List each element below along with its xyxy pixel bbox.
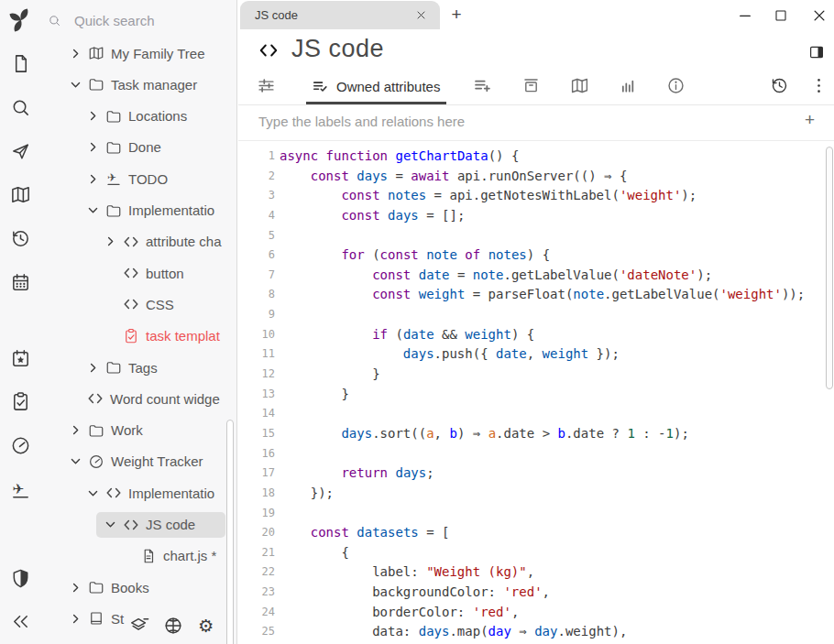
tree-scrollbar[interactable] bbox=[226, 420, 234, 644]
calendar-star-icon bbox=[10, 348, 31, 369]
launcher-calendar-star-icon[interactable] bbox=[0, 348, 41, 369]
tree-item-tags[interactable]: Tags bbox=[41, 352, 236, 383]
right-pane-toggle-icon[interactable] bbox=[808, 44, 825, 60]
launcher-calendar-icon[interactable] bbox=[0, 272, 41, 293]
code-editor[interactable]: 1async function getChartData() {2 const … bbox=[238, 142, 834, 644]
new-tab-button[interactable]: + bbox=[445, 3, 467, 27]
folder-icon bbox=[105, 108, 122, 125]
code-scrollbar[interactable] bbox=[826, 147, 833, 389]
folder-icon bbox=[88, 422, 104, 439]
list-plus-icon[interactable] bbox=[473, 76, 492, 95]
gear-icon[interactable]: ⚙ bbox=[197, 616, 217, 636]
sliders-icon[interactable] bbox=[257, 76, 276, 95]
chevron-down-icon[interactable] bbox=[70, 454, 88, 468]
tree-item-task-templat[interactable]: task templat bbox=[41, 321, 236, 352]
code-icon bbox=[123, 265, 139, 281]
code-icon bbox=[87, 390, 104, 407]
close-icon[interactable] bbox=[811, 7, 828, 24]
code-text: days.sort((a, b) ⇒ a.date > b.date ? 1 :… bbox=[280, 424, 689, 444]
tree-item-my-family-tree[interactable]: My Family Tree bbox=[41, 38, 236, 69]
code-text: return days; bbox=[280, 464, 434, 484]
ribbon-tab-owned-attributes[interactable]: Owned attributes bbox=[306, 70, 453, 103]
tree-item-done[interactable]: Done bbox=[41, 132, 236, 163]
line-number: 5 bbox=[238, 226, 275, 246]
line-number: 14 bbox=[238, 404, 275, 424]
chevron-right-icon[interactable] bbox=[87, 140, 105, 154]
add-attribute-button[interactable]: + bbox=[805, 110, 815, 130]
tree-item-label: task templat bbox=[146, 328, 220, 344]
code-line-24: 24 borderColor: 'red', bbox=[238, 603, 834, 623]
chevron-down-icon[interactable] bbox=[70, 78, 88, 92]
shield-icon bbox=[10, 568, 31, 589]
info-circle-icon[interactable] bbox=[666, 76, 686, 95]
launcher-plane-icon[interactable]: ✈ bbox=[0, 479, 41, 500]
chevron-down-icon[interactable] bbox=[104, 518, 123, 531]
tree-item-label: Locations bbox=[128, 108, 187, 124]
launcher-new-note-icon[interactable] bbox=[0, 53, 41, 74]
layers-minus-icon[interactable] bbox=[129, 616, 149, 636]
folder-icon bbox=[88, 76, 104, 93]
kebab-icon[interactable] bbox=[809, 76, 829, 95]
chevron-right-icon[interactable] bbox=[70, 47, 88, 60]
note-type-icon[interactable] bbox=[258, 40, 279, 60]
launcher-recent-changes-icon[interactable] bbox=[0, 228, 41, 249]
code-line-15: 15 days.sort((a, b) ⇒ a.date > b.date ? … bbox=[238, 424, 834, 444]
tree-item-books[interactable]: Books bbox=[41, 572, 236, 603]
launcher-jump-to-note-icon[interactable] bbox=[0, 141, 41, 162]
tab-close-icon[interactable] bbox=[415, 9, 427, 21]
chevron-right-icon[interactable] bbox=[104, 235, 123, 248]
code-text: const datasets = [ bbox=[280, 523, 449, 543]
chevron-right-icon[interactable] bbox=[70, 423, 88, 437]
chevron-down-icon[interactable] bbox=[87, 203, 105, 217]
line-number: 16 bbox=[238, 444, 275, 464]
tab-label: JS code bbox=[255, 8, 415, 22]
code-text: borderColor: 'red', bbox=[280, 603, 519, 623]
tree-item-label: Implementatio bbox=[128, 202, 214, 218]
code-line-8: 8 const weight = parseFloat(note.getLabe… bbox=[238, 285, 834, 305]
code-text: } bbox=[280, 365, 380, 385]
tree-item-label: button bbox=[146, 266, 184, 281]
launcher-gauge-icon[interactable] bbox=[0, 435, 41, 456]
bar-chart-icon[interactable] bbox=[619, 76, 638, 95]
tree-item-css[interactable]: CSS bbox=[41, 289, 236, 320]
tree-item-label: Work bbox=[111, 422, 143, 438]
launcher-search-icon[interactable] bbox=[0, 97, 41, 118]
tree-item-label: Task manager bbox=[111, 77, 197, 93]
maximize-icon[interactable] bbox=[774, 8, 788, 23]
chevron-right-icon[interactable] bbox=[87, 172, 105, 186]
tab-js-code[interactable]: JS code bbox=[240, 1, 440, 29]
tree-item-implementatio[interactable]: Implementatio bbox=[41, 195, 236, 226]
tree-item-word-count-widge[interactable]: Word count widge bbox=[41, 383, 236, 414]
chevron-down-icon[interactable] bbox=[87, 486, 105, 500]
chevron-right-icon[interactable] bbox=[87, 361, 105, 375]
launcher-note-map-icon[interactable] bbox=[0, 184, 41, 205]
globe-icon[interactable] bbox=[163, 616, 183, 636]
chevron-right-icon[interactable] bbox=[70, 581, 88, 595]
tree-item-task-manager[interactable]: Task manager bbox=[41, 69, 236, 100]
tree-item-weight-tracker[interactable]: Weight Tracker bbox=[41, 446, 236, 477]
chevron-right-icon[interactable] bbox=[87, 109, 105, 123]
code-line-25: 25 data: days.map(day ⇒ day.weight), bbox=[238, 622, 834, 642]
tree-item-chart-js[interactable]: chart.js * bbox=[41, 540, 236, 572]
history-icon[interactable] bbox=[770, 76, 789, 95]
code-text: const notes = api.getNotesWithLabel('wei… bbox=[280, 186, 697, 206]
map-book-icon[interactable] bbox=[570, 76, 589, 95]
launcher-shield-icon[interactable] bbox=[0, 568, 41, 589]
tree-item-todo[interactable]: ✈TODO bbox=[41, 163, 236, 194]
tree-item-implementatio[interactable]: Implementatio bbox=[41, 477, 236, 508]
code-line-20: 20 const datasets = [ bbox=[238, 523, 834, 543]
quick-search-input[interactable]: Quick search bbox=[41, 7, 230, 33]
clipboard-check-icon bbox=[10, 391, 31, 412]
tree-item-attribute-cha[interactable]: attribute cha bbox=[41, 226, 236, 257]
tree-item-locations[interactable]: Locations bbox=[41, 101, 236, 132]
tree-item-work[interactable]: Work bbox=[41, 415, 236, 446]
tree-item-label: Implementatio bbox=[128, 486, 214, 501]
minimize-icon[interactable] bbox=[737, 7, 753, 24]
tree-item-button[interactable]: button bbox=[41, 257, 236, 289]
launcher-clipboard-check-icon[interactable] bbox=[0, 391, 41, 412]
tree-item-js-code[interactable]: JS code bbox=[41, 509, 236, 540]
attribute-editor[interactable]: Type the labels and relations here + bbox=[238, 104, 834, 140]
note-title[interactable]: JS code bbox=[291, 35, 384, 63]
code-text: { bbox=[280, 543, 349, 563]
archive-icon[interactable] bbox=[521, 76, 541, 95]
